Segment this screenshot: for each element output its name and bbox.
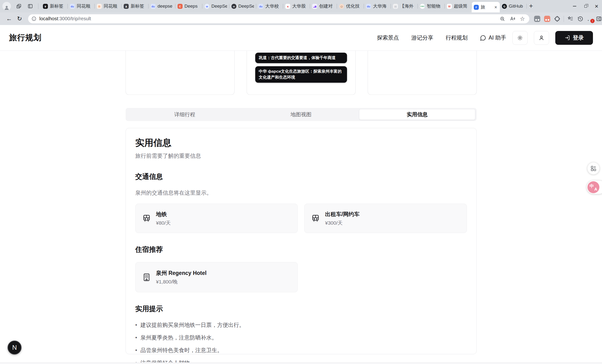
browser-tab[interactable]: du 同花顺 — [68, 0, 95, 12]
site-logo[interactable]: 旅行规划 — [9, 32, 42, 43]
sun-icon — [517, 35, 523, 41]
browser-tab-github[interactable]: G GitHub — [500, 0, 527, 12]
tab-favicon-baidu: du — [258, 4, 263, 9]
window-minimize-button[interactable] — [569, 0, 580, 12]
browser-tab[interactable]: du 大华校 — [256, 0, 283, 12]
browser-tab[interactable]: a 大华股 — [283, 0, 310, 12]
transport-name: 地铁 — [156, 211, 171, 218]
translate-en-glyph: A — [594, 187, 597, 192]
pinned-extension-orange-icon[interactable] — [542, 14, 552, 24]
history-icon[interactable] — [575, 14, 585, 24]
vertical-tabs-icon[interactable] — [26, 2, 34, 10]
tab-title: GitHub — [509, 4, 525, 9]
close-icon: × — [595, 3, 598, 9]
nextjs-dev-badge[interactable]: N — [8, 341, 22, 354]
tab-title: 优化技 — [346, 3, 362, 9]
minimize-icon — [573, 6, 576, 6]
nav-link-ai-assistant[interactable]: AI 助手 — [480, 34, 506, 42]
window-restore-button[interactable] — [580, 0, 591, 12]
browser-tab[interactable]: W 超级简 — [445, 0, 472, 12]
browser-menu-button[interactable]: … ↑ — [585, 14, 595, 24]
hotel-card[interactable]: 泉州 Regency Hotel ¥1,800/晚 — [135, 262, 298, 292]
itinerary-card-right[interactable] — [368, 51, 477, 95]
tab-favicon-avatar: ☺ — [339, 4, 344, 9]
pinned-extension-gray-icon[interactable] — [532, 14, 542, 24]
favorite-star-icon[interactable]: ☆ — [517, 15, 527, 22]
hotel-name: 泉州 Regency Hotel — [156, 269, 207, 277]
new-tab-button[interactable]: + — [529, 2, 533, 10]
login-arrow-icon — [565, 35, 570, 41]
user-account-button[interactable] — [534, 31, 549, 45]
tab-title: 同花顺 — [77, 3, 92, 9]
itinerary-cards-row: 巩道：古代重要的交通要道，体验千年商道 中华 фарси文化生态旅游区：探索泉州… — [0, 51, 602, 95]
browser-tab[interactable]: ♟ 新标签 — [121, 0, 149, 12]
tab-practical-info[interactable]: 实用信息 — [359, 109, 475, 120]
page-content: 巩道：古代重要的交通要道，体验千年商道 中华 фарси文化生态旅游区：探索泉州… — [0, 51, 602, 354]
zoom-in-icon[interactable] — [497, 16, 507, 21]
browser-tab[interactable]: C Deeps — [175, 0, 202, 12]
tips-list: •建议提前购买泉州地铁一日票，方便出行。 •泉州夏季炎热，注意防晒补水。 •品尝… — [135, 321, 467, 364]
tips-heading: 实用提示 — [135, 304, 467, 314]
tram-icon — [142, 214, 151, 223]
tab-favicon-baidu: du — [366, 4, 371, 9]
nav-link-itinerary[interactable]: 行程规划 — [446, 34, 468, 42]
browser-toolbar: ← ↻ localhost:3000/trip/result ☆ — [0, 12, 602, 25]
transport-heading: 交通信息 — [135, 172, 467, 182]
tab-detailed-itinerary[interactable]: 详细行程 — [127, 109, 243, 120]
tab-favicon-baidu: du — [150, 4, 156, 9]
transport-cards: 地铁 ¥80/天 出租车/网约车 ¥300/天 — [135, 204, 467, 233]
browser-tab[interactable]: du 大华海 — [364, 0, 391, 12]
tab-favicon-ths: ⊡ — [97, 4, 102, 9]
bullet-dot: • — [135, 321, 137, 329]
attraction-tooltip-pill: 中华 фарси文化生态旅游区：探索泉州丰富的文化遗产和生态环境 — [255, 66, 347, 83]
back-button[interactable]: ← — [4, 15, 14, 22]
workspaces-icon[interactable] — [15, 2, 23, 10]
profile-avatar-icon — [4, 5, 10, 11]
browser-tab[interactable]: ⊡ 同花顺 — [95, 0, 121, 12]
lodging-heading: 住宿推荐 — [135, 245, 467, 254]
tab-favicon-github: G — [502, 4, 507, 9]
tab-title: Deeps — [184, 4, 200, 9]
browser-tab[interactable]: ☺ 优化技 — [337, 0, 364, 12]
translate-extension-button[interactable]: 中 A — [587, 181, 599, 193]
browser-profile-button[interactable] — [2, 2, 11, 11]
browser-tab[interactable]: w DeepSe — [202, 0, 229, 12]
tab-title: deepse — [158, 4, 173, 9]
extensions-puzzle-icon[interactable] — [552, 14, 562, 24]
window-close-button[interactable]: × — [591, 0, 602, 12]
tab-favicon-stock: a — [285, 4, 290, 9]
browser-tab[interactable]: ♛ 新标签 — [41, 0, 68, 12]
user-icon — [539, 35, 544, 41]
widgets-sparkle-icon — [590, 165, 597, 171]
tab-title: 超级简 — [454, 3, 470, 9]
nav-link-travelogue[interactable]: 游记分享 — [411, 34, 433, 42]
copilot-sidebar-icon[interactable] — [595, 14, 602, 24]
site-header: 旅行规划 探索景点 游记分享 行程规划 AI 助手 — [0, 25, 602, 51]
nav-link-explore[interactable]: 探索景点 — [377, 34, 399, 42]
tab-title: 同花顺 — [104, 3, 119, 9]
read-aloud-icon[interactable] — [507, 16, 517, 21]
transport-price: ¥300/天 — [325, 220, 359, 226]
browser-tab-strip: ♛ 新标签 du 同花顺 ⊡ 同花顺 ♟ 新标签 du deepse C Dee… — [0, 0, 602, 12]
browser-tab-active-trip[interactable]: F 旅 × — [472, 2, 500, 12]
itinerary-card-middle[interactable]: 巩道：古代重要的交通要道，体验千年商道 中华 фарси文化生态旅游区：探索泉州… — [247, 51, 355, 95]
tab-close-icon[interactable]: × — [494, 5, 498, 10]
transport-card-taxi[interactable]: 出租车/网约车 ¥300/天 — [304, 204, 467, 233]
transport-card-metro[interactable]: 地铁 ¥80/天 — [135, 204, 298, 233]
widgets-floating-button[interactable] — [587, 162, 599, 174]
browser-tab[interactable]: ▤ 【海外 — [391, 0, 418, 12]
browser-tab[interactable]: w DeepSe — [229, 0, 256, 12]
login-button[interactable]: 登录 — [555, 31, 593, 45]
itinerary-card-left[interactable] — [126, 51, 235, 95]
tab-title: 新标签 — [50, 3, 65, 9]
address-bar[interactable]: localhost:3000/trip/result ☆ — [28, 14, 529, 23]
reload-button[interactable]: ↻ — [14, 15, 25, 22]
browser-tab[interactable]: CAC 智能物 — [418, 0, 445, 12]
browser-tab[interactable]: du deepse — [149, 0, 175, 12]
browser-tab[interactable]: ▂▆ 创建对 — [310, 0, 337, 12]
site-info-icon[interactable] — [32, 16, 36, 21]
favorites-hub-icon[interactable] — [565, 14, 575, 24]
bullet-dot: • — [135, 347, 137, 354]
theme-toggle-button[interactable] — [512, 31, 528, 45]
tab-map-view[interactable]: 地图视图 — [243, 109, 359, 120]
